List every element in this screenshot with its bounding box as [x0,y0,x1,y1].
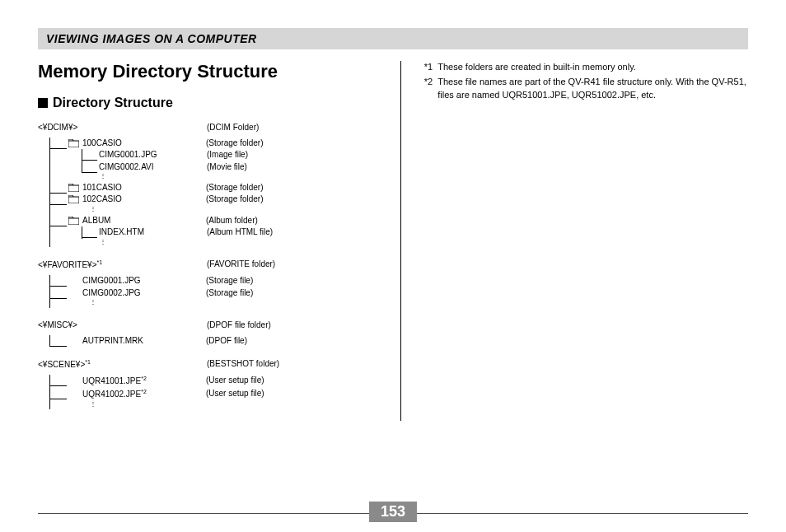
root-desc: (BESTSHOT folder) [207,358,279,371]
item-label: CIMG0002.JPG [82,287,206,300]
footnote-text: These folders are created in built-in me… [437,61,636,74]
item-desc: (Movie file) [207,161,247,174]
tree-sub: CIMG0001.JPG(Image file)CIMG0002.AVI(Mov… [82,149,377,173]
item-desc: (User setup file) [206,375,264,387]
ellipsis-icon: ⋮ [100,173,377,182]
footnotes: *1These folders are created in built-in … [424,61,748,102]
folder-icon [68,184,78,191]
tree-item: INDEX.HTM(Album HTML file) [82,226,377,239]
tree-root-row: <¥MISC¥>(DPOF file folder) [38,320,377,332]
tree-root-row: <¥FAVORITE¥>*1(FAVORITE folder) [38,259,377,272]
footnote-marker: *1 [424,61,433,74]
item-label: AUTPRINT.MRK [82,335,206,348]
tree-item: CIMG0002.AVI(Movie file) [82,161,377,174]
item-desc: (User setup file) [206,388,264,400]
tree-section: <¥DCIM¥>(DCIM Folder)100CASIO(Storage fo… [38,122,377,247]
ellipsis-icon: ⋮ [100,239,377,248]
tree-sub: INDEX.HTM(Album HTML file) [82,226,377,239]
section-header-band: VIEWING IMAGES ON A COMPUTER [38,28,748,49]
item-desc: (Storage folder) [206,182,263,194]
content-columns: Memory Directory Structure Directory Str… [38,61,748,421]
tree-item: UQR41001.JPE*2(User setup file) [50,375,377,388]
tree-item: UQR41002.JPE*2(User setup file) [50,388,377,401]
root-desc: (FAVORITE folder) [207,259,275,272]
item-label: CIMG0001.JPG [82,275,206,287]
directory-tree: <¥DCIM¥>(DCIM Folder)100CASIO(Storage fo… [38,122,377,409]
item-label: ALBUM [82,215,206,227]
subtitle-text: Directory Structure [53,96,173,110]
tree-branch: 100CASIO(Storage folder)CIMG0001.JPG(Ima… [49,138,377,248]
left-column: Memory Directory Structure Directory Str… [38,61,377,421]
tree-root-row: <¥DCIM¥>(DCIM Folder) [38,122,377,134]
footnote: *2These file names are part of the QV-R4… [424,76,748,102]
root-label: <¥DCIM¥> [38,122,207,134]
item-label: 102CASIO [82,194,206,206]
tree-item: CIMG0001.JPG(Image file) [82,149,377,161]
tree-item: AUTPRINT.MRK(DPOF file) [50,335,377,348]
item-desc: (Album folder) [206,215,258,227]
page-footer: 153 [38,513,748,514]
tree-section: <¥SCENE¥>*1(BESTSHOT folder)UQR41001.JPE… [38,358,377,409]
item-desc: (DPOF file) [206,335,247,348]
tree-branch: CIMG0001.JPG(Storage file)CIMG0002.JPG(S… [49,275,377,308]
tree-branch: UQR41001.JPE*2(User setup file)UQR41002.… [49,375,377,409]
section-header: VIEWING IMAGES ON A COMPUTER [46,32,257,45]
root-label: <¥FAVORITE¥>*1 [38,259,207,272]
tree-branch: AUTPRINT.MRK(DPOF file) [49,335,377,348]
square-bullet-icon [38,98,48,108]
tree-item: CIMG0002.JPG(Storage file) [50,287,377,300]
tree-item: CIMG0001.JPG(Storage file) [50,275,377,287]
root-label: <¥SCENE¥>*1 [38,358,207,371]
column-divider [400,61,401,421]
tree-item: ALBUM(Album folder) [50,215,377,227]
item-label: 101CASIO [82,182,206,194]
page-number: 153 [369,502,417,522]
item-desc: (Album HTML file) [207,226,273,239]
right-column: *1These folders are created in built-in … [424,61,748,421]
footnote-marker: *2 [424,76,433,102]
tree-item: 102CASIO(Storage folder) [50,194,377,206]
folder-icon [68,195,78,203]
tree-root-row: <¥SCENE¥>*1(BESTSHOT folder) [38,358,377,371]
tree-section: <¥MISC¥>(DPOF file folder)AUTPRINT.MRK(D… [38,320,377,347]
item-desc: (Storage file) [206,275,253,287]
ellipsis-icon: ⋮ [90,299,377,308]
folder-icon [68,217,78,224]
ellipsis-icon: ⋮ [90,206,377,215]
item-desc: (Storage folder) [206,194,263,206]
footnote: *1These folders are created in built-in … [424,61,748,74]
ellipsis-icon: ⋮ [90,401,377,410]
tree-section: <¥FAVORITE¥>*1(FAVORITE folder)CIMG0001.… [38,259,377,308]
page-title: Memory Directory Structure [38,61,377,82]
footnote-text: These file names are part of the QV-R41 … [437,76,748,102]
item-desc: (Storage folder) [206,138,263,150]
root-desc: (DPOF file folder) [207,320,271,332]
item-desc: (Storage file) [206,287,253,300]
root-desc: (DCIM Folder) [207,122,259,134]
item-label: UQR41002.JPE*2 [82,388,206,401]
subtitle: Directory Structure [38,96,377,110]
tree-item: 101CASIO(Storage folder) [50,182,377,194]
page: VIEWING IMAGES ON A COMPUTER Memory Dire… [0,0,786,532]
item-label: 100CASIO [82,138,206,150]
item-desc: (Image file) [207,149,248,161]
tree-item: 100CASIO(Storage folder) [50,138,377,150]
folder-icon [68,139,78,147]
item-label: UQR41001.JPE*2 [82,375,206,388]
root-label: <¥MISC¥> [38,320,207,332]
item-label: INDEX.HTM [99,226,207,239]
item-label: CIMG0002.AVI [99,161,207,174]
item-label: CIMG0001.JPG [99,149,207,161]
